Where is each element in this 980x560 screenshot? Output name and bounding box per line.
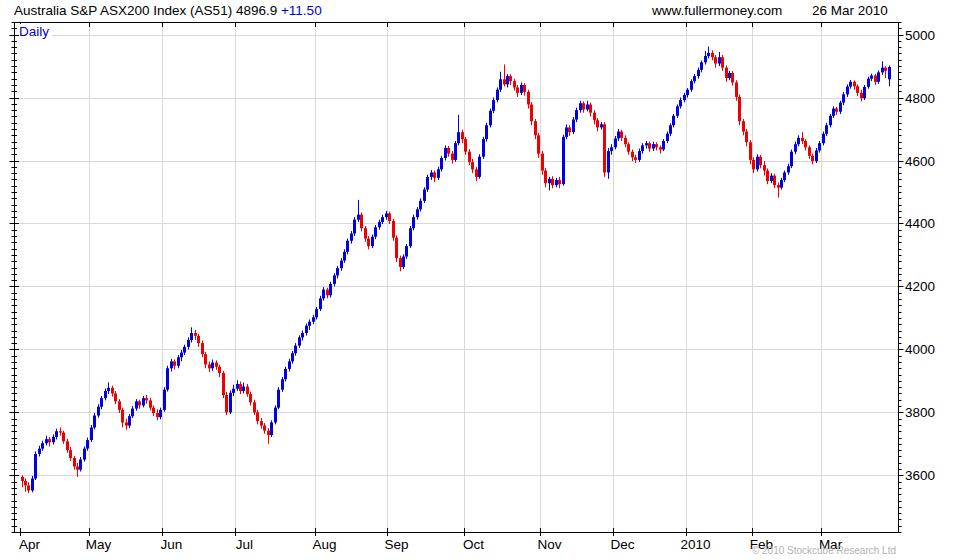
candle-body [433, 172, 436, 177]
candlestick [568, 125, 571, 136]
chart-window: Australia S&P ASX200 Index (AS51) 4896.9… [0, 0, 980, 560]
candlestick [853, 80, 856, 89]
candlestick [749, 140, 752, 164]
candlestick [437, 167, 440, 180]
candle-body [589, 104, 592, 112]
candle-body [156, 413, 159, 417]
candle-body [634, 157, 637, 160]
candle-body [118, 401, 121, 410]
candle-body [839, 103, 842, 112]
candlestick [52, 434, 55, 444]
candlestick [62, 431, 65, 444]
candlestick [787, 164, 790, 175]
candle-body [565, 127, 568, 136]
candlestick [770, 173, 773, 183]
candlestick [457, 115, 460, 146]
candlestick [59, 427, 62, 435]
candlestick [756, 154, 759, 171]
candle-body [835, 109, 838, 112]
candle-body [419, 201, 422, 210]
candlestick [118, 399, 121, 413]
candlestick [544, 168, 547, 187]
candlestick [131, 406, 134, 418]
candle-body [582, 103, 585, 109]
candle-body [624, 138, 627, 144]
candlestick [21, 475, 24, 487]
candlestick [24, 478, 27, 491]
candle-body [73, 458, 76, 467]
candle-body [69, 450, 72, 458]
candle-body [780, 180, 783, 188]
candlestick [707, 47, 710, 59]
candle-body [225, 395, 228, 412]
candlestick [548, 177, 551, 191]
candlestick [329, 282, 332, 298]
candlestick [399, 256, 402, 272]
candlestick [433, 171, 436, 182]
candle-body [263, 426, 266, 431]
candlestick [392, 219, 395, 241]
candle-body [83, 449, 86, 460]
candle-body [111, 388, 114, 394]
candle-body [842, 94, 845, 102]
candlestick [815, 148, 818, 163]
candlestick [34, 451, 37, 480]
candlestick [281, 377, 284, 392]
candle-body [402, 257, 405, 267]
candlestick [461, 130, 464, 144]
candle-body [142, 398, 145, 405]
candle-body [125, 422, 128, 425]
candle-body [752, 160, 755, 169]
candlestick [454, 141, 457, 162]
candle-body [277, 390, 280, 408]
candle-body [555, 180, 558, 185]
candle-body [492, 100, 495, 111]
candlestick [388, 212, 391, 225]
candle-body [405, 246, 408, 256]
candle-body [326, 290, 329, 296]
candlestick [555, 178, 558, 187]
candle-body [177, 357, 180, 366]
candle-body [468, 152, 471, 162]
x-axis-label: Aug [312, 537, 336, 552]
candle-body [107, 388, 110, 391]
candle-body [274, 408, 277, 423]
candlestick [804, 139, 807, 150]
candle-body [308, 322, 311, 326]
candlestick [121, 408, 124, 428]
candlestick [246, 384, 249, 397]
candlestick [738, 94, 741, 125]
candle-body [534, 121, 537, 135]
candlestick [700, 60, 703, 72]
candlestick [641, 143, 644, 153]
candlestick [697, 68, 700, 79]
candlestick [211, 359, 214, 370]
candlestick [818, 141, 821, 153]
candle-body [575, 110, 578, 119]
candle-body [48, 439, 51, 442]
candle-body [222, 373, 225, 395]
candle-body [232, 389, 235, 393]
candlestick [884, 66, 887, 78]
candlestick [589, 103, 592, 117]
candlestick [638, 149, 641, 162]
candlestick [145, 395, 148, 404]
candlestick [541, 151, 544, 175]
candlestick [142, 396, 145, 407]
candle-body [506, 76, 509, 84]
candle-body [27, 485, 30, 490]
candlestick [381, 215, 384, 224]
candlestick [350, 231, 353, 244]
candlestick [881, 61, 884, 75]
candlestick [294, 343, 297, 356]
candlestick [617, 129, 620, 141]
candlestick [482, 137, 485, 159]
candle-body [249, 394, 252, 402]
candle-body [731, 73, 734, 82]
candlestick [808, 145, 811, 159]
candle-body [423, 189, 426, 200]
candle-body [464, 139, 467, 152]
candlestick [128, 414, 131, 428]
candle-body [343, 252, 346, 261]
candle-body [655, 144, 658, 147]
